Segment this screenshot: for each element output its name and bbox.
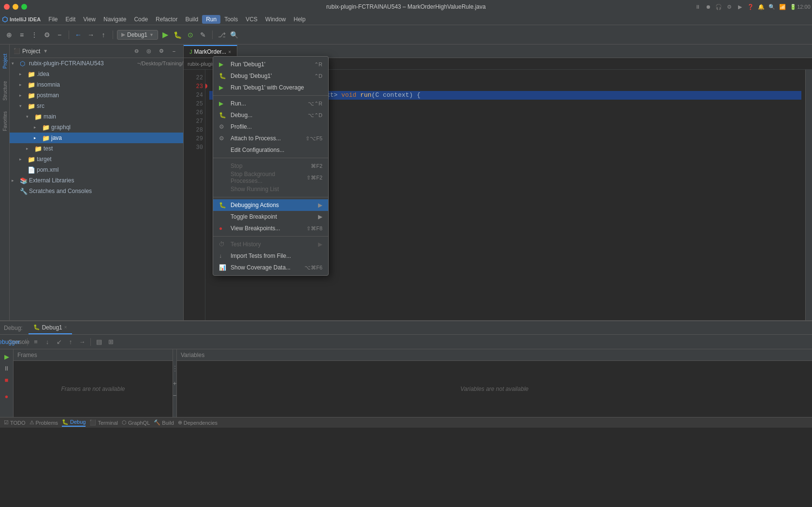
status-graphql[interactable]: ⬡ GraphQL — [122, 419, 150, 426]
breadcrumb-up-icon[interactable]: ↑ — [98, 30, 109, 40]
bottom-tab-debug1[interactable]: 🐛 Debug1 × — [29, 322, 72, 334]
debug-tab-close-icon[interactable]: × — [64, 325, 67, 330]
side-tab-project[interactable]: Project — [0, 46, 10, 75]
menu-navigate[interactable]: Navigate — [100, 15, 130, 24]
menu-item-toggle-breakpoint[interactable]: Toggle Breakpoint ▶ — [213, 211, 328, 223]
menu-vcs[interactable]: VCS — [242, 15, 261, 24]
tree-item-root[interactable]: ▾ ⬡ rubix-plugin-FCTRAINAU543 ~/Desktop/… — [10, 58, 183, 69]
edit-configs-button[interactable]: ✎ — [198, 30, 208, 40]
menu-file[interactable]: File — [44, 15, 61, 24]
pause-icon[interactable]: ⏸ — [693, 2, 702, 11]
menu-item-attach[interactable]: ⚙ Attach to Process... ⇧⌥F5 — [213, 133, 328, 144]
menu-refactor[interactable]: Refactor — [152, 15, 181, 24]
coverage-button[interactable]: ⊙ — [185, 30, 196, 40]
tree-item-main[interactable]: ▾ 📁 main — [10, 111, 183, 122]
stop-btn[interactable]: ■ — [1, 374, 12, 385]
search2-icon[interactable]: 🔍 — [768, 2, 776, 11]
debug-button[interactable]: 🐛 — [173, 30, 183, 40]
status-dependencies[interactable]: ⊕ Dependencies — [178, 419, 218, 426]
tree-item-idea[interactable]: ▸ 📁 .idea — [10, 69, 183, 79]
menu-item-run-debug1[interactable]: ▶ Run 'Debug1' ⌃R — [213, 59, 328, 70]
menu-item-edit-configs[interactable]: Edit Configurations... — [213, 144, 328, 156]
headphone-icon[interactable]: 🎧 — [714, 2, 723, 11]
help-icon[interactable]: ❓ — [746, 2, 755, 11]
menu-item-profile[interactable]: ⚙ Profile... — [213, 121, 328, 133]
run-all-icon[interactable]: ≡ — [16, 30, 27, 40]
app-logo: ⬡ IntelliJ IDEA — [2, 15, 41, 23]
settings-icon[interactable]: ⚙ — [725, 2, 734, 11]
minimize-button[interactable] — [13, 4, 18, 10]
tree-item-insomnia[interactable]: ▸ 📁 insomnia — [10, 79, 183, 90]
tree-item-test[interactable]: ▸ 📁 test — [10, 143, 183, 154]
menu-item-run-any[interactable]: ▶ Run... ⌥⌃R — [213, 98, 328, 109]
tree-item-graphql[interactable]: ▸ 📁 graphql — [10, 122, 183, 133]
frames-view-icon[interactable]: ▤ — [94, 337, 104, 347]
menu-item-show-coverage[interactable]: 📊 Show Coverage Data... ⌥⌘F6 — [213, 262, 328, 273]
tree-close-icon[interactable]: − — [169, 46, 179, 57]
status-problems[interactable]: ⚠ Problems — [29, 419, 58, 426]
gear-icon[interactable]: ⚙ — [42, 30, 52, 40]
resume-btn[interactable]: ▶ — [1, 351, 12, 362]
status-todo[interactable]: ☑ TODO — [4, 419, 26, 426]
menu-window[interactable]: Window — [261, 15, 290, 24]
wifi-icon[interactable]: 📶 — [778, 2, 787, 11]
notification-icon[interactable]: 🔔 — [757, 2, 766, 11]
tree-item-scratches[interactable]: ▸ 🔧 Scratches and Consoles — [10, 186, 183, 196]
step-into-icon[interactable]: ↙ — [54, 337, 64, 347]
tree-item-target[interactable]: ▸ 📁 target — [10, 154, 183, 164]
collapse-all-icon[interactable]: ⊖ — [131, 46, 142, 57]
minus-icon[interactable]: − — [54, 30, 65, 40]
tree-item-src[interactable]: ▾ 📁 src — [10, 101, 183, 111]
menu-run[interactable]: Run — [202, 15, 220, 24]
breadcrumb-forward-icon[interactable]: → — [86, 30, 96, 40]
debug-left-toolbar: ▶ ⏸ ■ ● — [0, 349, 14, 417]
close-button[interactable] — [4, 4, 10, 10]
record-icon[interactable]: ⏺ — [704, 2, 712, 11]
step-out-icon[interactable]: ↑ — [65, 337, 76, 347]
maximize-button[interactable] — [21, 4, 27, 10]
locate-file-icon[interactable]: ◎ — [144, 46, 154, 57]
tree-item-java[interactable]: ▸ 📁 java — [10, 133, 183, 143]
menu-code[interactable]: Code — [130, 15, 152, 24]
menu-item-view-breakpoints[interactable]: ● View Breakpoints... ⇧⌘F8 — [213, 223, 328, 234]
vcs-button[interactable]: ⎇ — [217, 30, 227, 40]
run2-icon[interactable]: ▶ — [736, 2, 744, 11]
menu-help[interactable]: Help — [290, 15, 310, 24]
battery-icon[interactable]: 🔋 — [789, 2, 798, 11]
menu-view[interactable]: View — [79, 15, 100, 24]
run-dropdown-menu[interactable]: ▶ Run 'Debug1' ⌃R 🐛 Debug 'Debug1' ⌃D ▶ … — [213, 56, 329, 276]
menu-item-debug-debug1[interactable]: 🐛 Debug 'Debug1' ⌃D — [213, 70, 328, 82]
toolbar-sep2 — [90, 338, 91, 346]
tree-settings-icon[interactable]: ⚙ — [156, 46, 167, 57]
tree-item-ext-libs[interactable]: ▸ 📚 External Libraries — [10, 175, 183, 186]
status-debug[interactable]: 🐛 Debug — [62, 419, 86, 427]
menu-item-debug-any[interactable]: 🐛 Debug... ⌥⌃D — [213, 109, 328, 121]
tree-item-pom[interactable]: ▸ 📄 pom.xml — [10, 164, 183, 175]
run-button[interactable]: ▶ — [160, 30, 171, 40]
side-tab-favorites[interactable]: Favorites — [0, 106, 9, 135]
run-to-cursor-icon[interactable]: → — [77, 337, 87, 347]
status-build[interactable]: 🔨 Build — [154, 419, 174, 426]
threads-view-icon[interactable]: ⊞ — [105, 337, 116, 347]
menu-edit[interactable]: Edit — [62, 15, 80, 24]
pause-btn[interactable]: ⏸ — [1, 363, 12, 373]
resume-icon[interactable]: ≡ — [30, 337, 41, 347]
tree-item-postman[interactable]: ▸ 📁 postman — [10, 90, 183, 101]
menu-item-debugging-actions[interactable]: 🐛 Debugging Actions ▶ — [213, 199, 328, 211]
menu-item-import-tests[interactable]: ↓ Import Tests from File... — [213, 250, 328, 262]
menu-tools[interactable]: Tools — [220, 15, 242, 24]
add-icon[interactable]: ⊕ — [4, 30, 14, 40]
resize-handle[interactable]: + − — [173, 349, 177, 417]
console-tab-btn[interactable]: Console — [14, 337, 24, 347]
status-terminal[interactable]: ⬛ Terminal — [89, 419, 118, 426]
side-tab-structure[interactable]: Structure — [0, 76, 9, 105]
step-over-icon[interactable]: ↓ — [42, 337, 53, 347]
list-icon[interactable]: ⋮ — [29, 30, 40, 40]
run-config-selector[interactable]: ▶ Debug1 ▼ — [117, 30, 158, 40]
breadcrumb-back-icon[interactable]: ← — [73, 30, 84, 40]
search-button[interactable]: 🔍 — [229, 30, 240, 40]
menu-build[interactable]: Build — [181, 15, 202, 24]
menu-item-run-coverage[interactable]: ▶ Run 'Debug1' with Coverage — [213, 82, 328, 93]
bottom-tab-debug1-label: Debug1 — [42, 324, 62, 331]
mute-breakpoints-btn[interactable]: ● — [1, 391, 12, 402]
